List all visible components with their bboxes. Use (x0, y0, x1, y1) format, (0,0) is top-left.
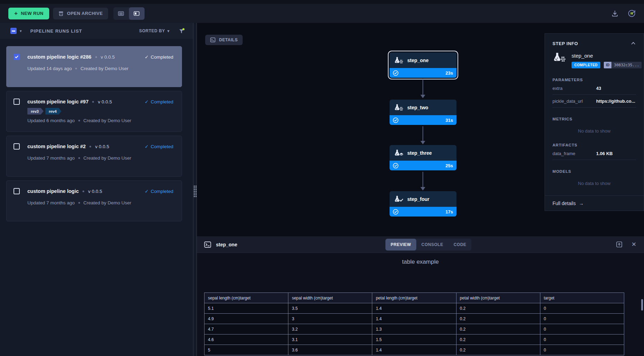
dag-node-step-three[interactable]: step_three 25s (390, 145, 456, 170)
preview-table: sepal length (cm)target sepal width (cm)… (204, 293, 624, 355)
panel-resize-handle[interactable] (193, 23, 197, 356)
dot-separator (89, 146, 91, 147)
dag-edge-arrow (423, 126, 423, 141)
run-card-base[interactable]: custom pipeline logic v 0.0.5 ✓ Complete… (6, 180, 182, 221)
open-archive-label: OPEN ARCHIVE (67, 11, 103, 16)
tab-code[interactable]: CODE (449, 239, 472, 251)
sorted-by-dropdown[interactable]: SORTED BY ▾ (139, 28, 169, 33)
top-toolbar: + NEW RUN OPEN ARCHIVE (0, 4, 644, 23)
arrow-right-icon: → (579, 201, 584, 206)
scrollbar-thumb[interactable] (641, 299, 643, 311)
pipeline-runs-panel: ▾ PIPELINE RUNS LIST SORTED BY ▾ custom … (0, 23, 193, 356)
step-output-header: step_one PREVIEW CONSOLE CODE ✕ (197, 236, 644, 253)
run-version: v 0.0.5 (88, 189, 102, 194)
run-meta: Updated 7 months ago Created by Demo Use… (27, 155, 173, 161)
details-label: DETAILS (219, 37, 238, 42)
id-label: ID (604, 62, 611, 68)
dag-node-step-two[interactable]: step_two 31s (390, 100, 456, 125)
panel-view-button[interactable] (129, 7, 145, 20)
top-strip (0, 0, 644, 4)
run-status-badge: ✓ Completed (145, 99, 173, 104)
dag-edge-arrow (423, 79, 423, 95)
run-checkbox[interactable] (14, 188, 20, 194)
run-tags: rev3 rev4 (27, 108, 173, 115)
run-checkbox[interactable] (14, 143, 20, 150)
run-version: v 0.0.5 (101, 54, 115, 60)
select-all-caret-icon[interactable]: ▾ (20, 29, 22, 33)
run-card-2[interactable]: custom pipeline logic #2 v 0.0.5 ✓ Compl… (6, 136, 182, 177)
run-status-badge: ✓ Completed (145, 54, 173, 60)
parameter-row: pickle_data_url https://github.co... (552, 95, 636, 108)
dot-separator (95, 56, 97, 58)
auto-refresh-pause-icon[interactable] (627, 9, 636, 18)
table-row: 4.9 3 1.4 0.2 0 (204, 314, 624, 324)
parameter-row: extra 43 (552, 82, 636, 95)
flask-dots-icon (394, 57, 404, 64)
node-duration: 31s (445, 118, 453, 123)
list-view-button[interactable] (113, 7, 129, 20)
node-name: step_one (407, 58, 428, 63)
check-icon: ✓ (145, 144, 148, 149)
id-value: 30832c35... (611, 62, 642, 68)
column-header: sepal length (cm)target (204, 293, 288, 303)
table-header-row: sepal length (cm)target sepal width (cm)… (204, 293, 624, 303)
new-run-button[interactable]: + NEW RUN (8, 8, 49, 19)
dag-node-step-one[interactable]: step_one 23s (390, 52, 456, 78)
dot-separator (75, 68, 77, 69)
dag-node-step-four[interactable]: step_four 17s (390, 191, 456, 217)
status-badge: COMPLETED (572, 62, 600, 68)
run-name: custom pipeline logic #286 (27, 54, 92, 60)
preview-table-title: table example (197, 258, 644, 265)
tag-chip[interactable]: rev4 (45, 108, 62, 115)
expand-panel-icon[interactable] (616, 241, 623, 248)
column-header: petal length (cm)target (372, 293, 456, 303)
check-circle-icon (393, 117, 399, 123)
node-name: step_two (407, 105, 428, 110)
archive-icon (58, 11, 64, 16)
flask-layers-icon (394, 149, 404, 157)
table-row: 5.1 3.5 1.4 0.2 0 (204, 303, 624, 314)
run-version: v 0.0.5 (98, 99, 112, 104)
tag-chip[interactable]: rev3 (27, 108, 44, 115)
select-all-checkbox[interactable] (10, 28, 17, 34)
tab-preview[interactable]: PREVIEW (385, 239, 416, 251)
terminal-icon (210, 37, 216, 43)
metrics-empty-state: No data to show (552, 128, 636, 134)
dot-separator (78, 202, 80, 204)
drag-dots-icon (194, 186, 197, 197)
flask-dots-icon (394, 104, 404, 111)
check-icon: ✓ (145, 99, 148, 104)
download-icon[interactable] (611, 10, 619, 17)
column-header: petal width (cm)target (456, 293, 540, 303)
node-duration: 23s (445, 70, 453, 76)
run-name: custom pipeline logic (27, 188, 79, 194)
run-checkbox[interactable] (14, 99, 20, 105)
step-id-chip[interactable]: ID 30832c35... (604, 62, 642, 68)
table-row: 4.6 3.1 1.5 0.2 0 (204, 334, 624, 345)
run-checkbox-checked[interactable] (14, 54, 20, 60)
step-info-panel: STEP INFO step_one COMPLETED ID 30832c35… (545, 33, 644, 211)
dot-separator (78, 120, 80, 121)
run-meta: Updated 6 months ago Created by Demo Use… (27, 118, 173, 123)
run-status-badge: ✓ Completed (145, 188, 173, 194)
tab-console[interactable]: CONSOLE (416, 239, 449, 251)
dot-separator (78, 157, 80, 159)
sorted-by-caret-icon: ▾ (167, 29, 169, 33)
models-section-label: MODELS (552, 169, 636, 173)
check-icon: ✓ (145, 188, 148, 194)
run-card-97[interactable]: custom pipeline logic #97 v 0.0.5 ✓ Comp… (6, 91, 182, 132)
chevron-up-icon[interactable] (630, 41, 636, 46)
open-archive-button[interactable]: OPEN ARCHIVE (53, 8, 108, 19)
details-button[interactable]: DETAILS (205, 35, 243, 45)
close-icon[interactable]: ✕ (632, 241, 636, 248)
filter-icon[interactable] (179, 28, 185, 34)
check-icon: ✓ (145, 54, 148, 60)
run-card-286[interactable]: custom pipeline logic #286 v 0.0.5 ✓ Com… (6, 46, 182, 87)
full-details-link[interactable]: Full details → (545, 195, 644, 211)
node-name: step_four (407, 196, 429, 202)
dot-separator (92, 101, 94, 103)
run-version: v 0.0.5 (95, 144, 109, 149)
dag-edge-arrow (423, 172, 423, 187)
check-circle-icon (393, 163, 399, 169)
dot-separator (82, 190, 84, 192)
